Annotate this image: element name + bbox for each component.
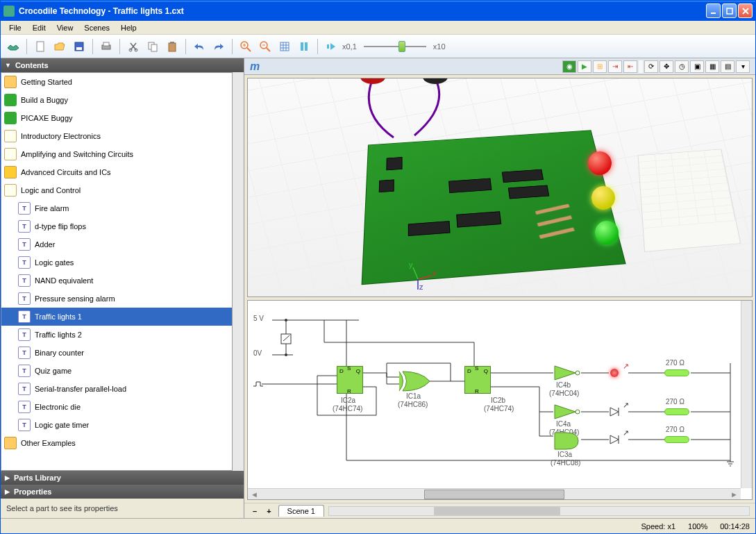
tree-item-label: PICAXE Buggy: [21, 114, 73, 122]
ic4b-gate[interactable]: [553, 365, 581, 383]
ws-tool-expand-icon[interactable]: ⇤: [623, 60, 637, 73]
properties-panel-header[interactable]: ▶ Properties: [1, 485, 244, 499]
copy-icon[interactable]: [144, 38, 161, 55]
contents-tree[interactable]: Getting StartedBuild a BuggyPICAXE Buggy…: [1, 72, 233, 471]
tree-item-label: Quiz game: [35, 367, 72, 375]
zoom-out-button[interactable]: –: [250, 507, 260, 515]
ic2a-box[interactable]: D Q S R: [337, 366, 363, 394]
menu-help[interactable]: Help: [115, 22, 142, 33]
tree-item-0[interactable]: Getting Started: [1, 73, 232, 91]
schematic-scrollbar-v[interactable]: [741, 301, 752, 488]
schematic-scrollbar-h[interactable]: ◄ ►: [248, 488, 741, 499]
menu-view[interactable]: View: [51, 22, 79, 33]
ws-tool-collapse-icon[interactable]: ⇥: [608, 60, 622, 73]
tree-item-12[interactable]: TPressure sensing alarm: [1, 290, 232, 308]
parts-library-panel-header[interactable]: ▶ Parts Library: [1, 471, 244, 485]
tree-item-3[interactable]: Introductory Electronics: [1, 127, 232, 145]
tree-item-label: d-type flip flops: [35, 222, 86, 231]
ws-tool-menu-icon[interactable]: ▾: [736, 60, 750, 73]
ws-tool-grid-icon[interactable]: ⊞: [593, 60, 607, 73]
ws-tool-cube2-icon[interactable]: ▦: [705, 60, 719, 73]
tree-item-7[interactable]: TFire alarm: [1, 199, 232, 217]
tree-item-4[interactable]: Amplifying and Switching Circuits: [1, 145, 232, 163]
cut-icon[interactable]: [125, 38, 142, 55]
scene-tab-1[interactable]: Scene 1: [278, 505, 324, 517]
minimize-button[interactable]: [706, 3, 721, 18]
ws-tool-cube1-icon[interactable]: ▣: [690, 60, 704, 73]
r3-value: 270 Ω: [666, 426, 684, 433]
new-icon[interactable]: [32, 38, 49, 55]
svg-rect-31: [327, 44, 329, 49]
ic1a-label: IC1a: [406, 392, 421, 400]
menu-scenes[interactable]: Scenes: [78, 22, 115, 33]
statusbar: Speed: x1 100% 00:14:28: [1, 518, 755, 533]
speed-slider-thumb[interactable]: [398, 41, 405, 52]
status-time: 00:14:28: [720, 522, 750, 531]
undo-icon[interactable]: [191, 38, 208, 55]
sch-diode-2[interactable]: [609, 406, 628, 419]
maximize-button[interactable]: [722, 3, 737, 18]
tree-item-18[interactable]: TElectronic die: [1, 398, 232, 416]
grid-icon[interactable]: [276, 38, 293, 55]
tree-item-13[interactable]: TTraffic lights 1: [1, 308, 232, 326]
tree-item-5[interactable]: Advanced Circuits and ICs: [1, 163, 232, 181]
ws-tool-1[interactable]: ◉: [562, 60, 576, 73]
tree-item-16[interactable]: TQuiz game: [1, 362, 232, 380]
properties-hint: Select a part to see its properties: [1, 499, 244, 518]
resistor-1[interactable]: [664, 369, 689, 376]
menu-edit[interactable]: Edit: [27, 22, 51, 33]
3d-view[interactable]: x y z: [247, 78, 753, 297]
tree-item-8[interactable]: Td-type flip flops: [1, 217, 232, 235]
croc-icon[interactable]: [5, 38, 22, 55]
ic2b-box[interactable]: D Q S R: [464, 366, 491, 394]
zoom-in-button[interactable]: +: [264, 507, 274, 515]
ic3a-gate[interactable]: [553, 431, 581, 452]
open-icon[interactable]: [51, 38, 68, 55]
zoom-in-icon[interactable]: [237, 38, 254, 55]
doc-icon: T: [18, 328, 31, 341]
tree-item-label: Traffic lights 1: [35, 312, 82, 321]
tree-item-17[interactable]: TSerial-transfer parallel-load: [1, 380, 232, 398]
tree-item-14[interactable]: TTraffic lights 2: [1, 326, 232, 344]
print-icon[interactable]: [98, 38, 115, 55]
tree-item-2[interactable]: PICAXE Buggy: [1, 109, 232, 127]
tree-item-6[interactable]: Logic and Control: [1, 181, 232, 199]
pause-icon[interactable]: [296, 38, 312, 55]
paste-icon[interactable]: [164, 38, 180, 55]
tree-item-9[interactable]: TAdder: [1, 235, 232, 253]
ws-tool-play-icon[interactable]: ▶: [578, 60, 591, 73]
tree-item-15[interactable]: TBinary counter: [1, 344, 232, 362]
ws-tool-refresh-icon[interactable]: ⟳: [644, 60, 658, 73]
svg-text:y: y: [409, 260, 413, 269]
svg-rect-15: [169, 43, 176, 51]
resistor-2[interactable]: [664, 408, 689, 415]
save-icon[interactable]: [71, 38, 87, 55]
ws-tool-rotate-icon[interactable]: ◷: [675, 60, 689, 73]
menu-file[interactable]: File: [3, 22, 27, 33]
ws-tool-pan-icon[interactable]: ✥: [660, 60, 673, 73]
resistor-3[interactable]: [664, 436, 689, 443]
sch-diode-3[interactable]: [609, 434, 628, 447]
ws-tool-cube3-icon[interactable]: ▤: [721, 60, 734, 73]
tree-item-20[interactable]: Other Examples: [1, 434, 232, 452]
speed-slider[interactable]: [364, 41, 426, 52]
doc-icon: T: [18, 401, 31, 413]
redo-icon[interactable]: [210, 38, 227, 55]
svg-rect-14: [151, 44, 157, 51]
tree-scrollbar[interactable]: [233, 72, 244, 471]
ic1a-gate[interactable]: [401, 370, 432, 394]
zoom-out-icon[interactable]: [257, 38, 274, 55]
ic4a-label: IC4a: [556, 420, 571, 428]
close-button[interactable]: [738, 3, 753, 18]
schematic-view[interactable]: ↗ ↗ ↗ 5 V 0V D Q S R IC2a (74HC74): [247, 300, 753, 500]
tree-item-11[interactable]: TNAND equivalent: [1, 272, 232, 290]
ic4b-label: IC4b: [556, 381, 571, 389]
workspace-logo-icon: m: [250, 60, 260, 73]
tree-item-19[interactable]: TLogic gate timer: [1, 416, 232, 434]
tree-item-10[interactable]: TLogic gates: [1, 253, 232, 272]
contents-panel-header[interactable]: ▼ Contents: [1, 58, 244, 72]
scene-scrollbar[interactable]: [328, 506, 750, 516]
ic4a-gate[interactable]: [553, 403, 581, 422]
tree-item-1[interactable]: Build a Buggy: [1, 91, 232, 109]
step-icon[interactable]: [323, 38, 339, 55]
